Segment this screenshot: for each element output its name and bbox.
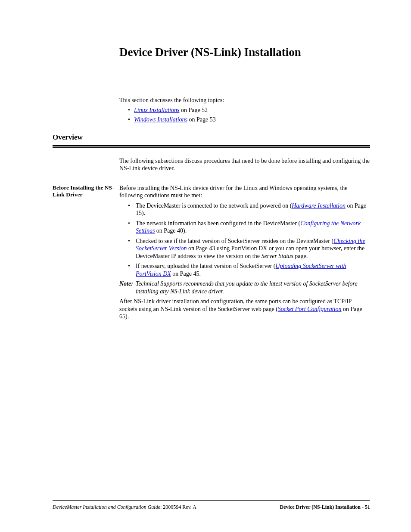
link-windows-installations[interactable]: Windows Installations bbox=[134, 116, 187, 123]
note-text: Technical Supports recommends that you u… bbox=[136, 280, 370, 295]
footer-right: Device Driver (NS-Link) Installation - 5… bbox=[280, 504, 370, 510]
intro-lead: This section discusses the following top… bbox=[119, 96, 370, 104]
intro-item-linux-rest: on Page 52 bbox=[179, 107, 208, 113]
before-bullet-3: Checked to see if the latest version of … bbox=[128, 237, 370, 260]
b3-post: page. bbox=[293, 253, 308, 259]
section-rule bbox=[53, 145, 370, 148]
before-lead: Before installing the NS-Link device dri… bbox=[119, 184, 370, 199]
intro-item-windows-rest: on Page 53 bbox=[187, 116, 216, 123]
b4-pre: If necessary, uploaded the latest versio… bbox=[136, 263, 275, 269]
b3-pre: Checked to see if the latest version of … bbox=[136, 238, 333, 244]
b1-pre: The DeviceMaster is connected to the net… bbox=[136, 202, 292, 209]
footer-left-plain: : 2000594 Rev. A bbox=[160, 504, 196, 510]
b4-post: on Page 45. bbox=[171, 271, 201, 277]
footer-left-italic: DeviceMaster Installation and Configurat… bbox=[53, 504, 160, 510]
note-label: Note: bbox=[119, 280, 136, 295]
overview-intro-text: The following subsections discuss proced… bbox=[119, 157, 370, 172]
b3-em: Server Status bbox=[261, 253, 293, 259]
overview-heading: Overview bbox=[53, 133, 370, 144]
before-bullet-4: If necessary, uploaded the latest versio… bbox=[128, 262, 370, 277]
link-linux-installations[interactable]: Linux Installations bbox=[134, 107, 179, 113]
intro-item-linux: Linux Installations on Page 52 bbox=[128, 106, 370, 114]
before-bullet-2: The network information has been configu… bbox=[128, 220, 370, 235]
b2-pre: The network information has been configu… bbox=[136, 220, 300, 227]
before-side-heading: Before Installing the NS-Link Driver bbox=[53, 184, 119, 198]
before-bullet-1: The DeviceMaster is connected to the net… bbox=[128, 202, 370, 217]
link-socket-port-configuration[interactable]: Socket Port Configuration bbox=[278, 306, 342, 312]
b2-post: on Page 40). bbox=[155, 227, 187, 234]
page-title: Device Driver (NS-Link) Installation bbox=[119, 45, 370, 60]
note-block: Note: Technical Supports recommends that… bbox=[119, 280, 370, 295]
link-hardware-installation[interactable]: Hardware Installation bbox=[292, 202, 346, 209]
footer-left: DeviceMaster Installation and Configurat… bbox=[53, 504, 196, 510]
page-footer: DeviceMaster Installation and Configurat… bbox=[53, 500, 370, 510]
after-paragraph: After NS-Link driver installation and co… bbox=[119, 298, 370, 320]
intro-item-windows: Windows Installations on Page 53 bbox=[128, 116, 370, 124]
